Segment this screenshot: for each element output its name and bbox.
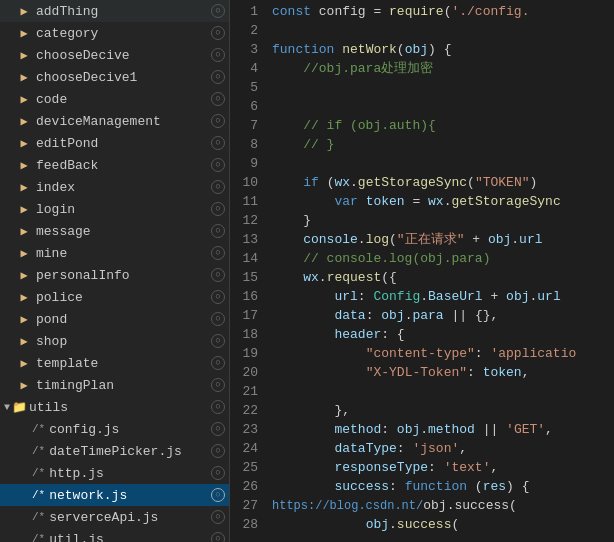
- circle-btn[interactable]: ○: [211, 268, 225, 282]
- code-line: success: function (res) {: [272, 477, 614, 496]
- circle-btn[interactable]: ○: [211, 114, 225, 128]
- code-line: var token = wx.getStorageSync: [272, 192, 614, 211]
- sidebar-item-devicemanagement[interactable]: ▶ deviceManagement ○: [0, 110, 229, 132]
- file-label: serverceApi.js: [49, 510, 158, 525]
- sidebar-item-police[interactable]: ▶ police ○: [0, 286, 229, 308]
- circle-btn[interactable]: ○: [211, 158, 225, 172]
- file-label: util.js: [49, 532, 104, 543]
- code-line: responseType: 'text',: [272, 458, 614, 477]
- sidebar-file-config[interactable]: /* config.js ○: [0, 418, 229, 440]
- sidebar-item-label: feedBack: [36, 158, 98, 173]
- sidebar-item-timingplan[interactable]: ▶ timingPlan ○: [0, 374, 229, 396]
- sidebar-file-serverceapi[interactable]: /* serverceApi.js ○: [0, 506, 229, 528]
- sidebar-item-addthing[interactable]: ▶ addThing ○: [0, 0, 229, 22]
- circle-btn[interactable]: ○: [211, 180, 225, 194]
- code-line: obj.success(: [272, 515, 614, 534]
- circle-btn[interactable]: ○: [211, 422, 225, 436]
- sidebar-item-label: category: [36, 26, 98, 41]
- sidebar-item-label: shop: [36, 334, 67, 349]
- sidebar-item-message[interactable]: ▶ message ○: [0, 220, 229, 242]
- sidebar-item-index[interactable]: ▶ index ○: [0, 176, 229, 198]
- circle-btn[interactable]: ○: [211, 246, 225, 260]
- circle-btn[interactable]: ○: [211, 136, 225, 150]
- code-content[interactable]: const config = require('./config. functi…: [266, 0, 614, 542]
- line-numbers: 1 2 3 4 5 6 7 8 9 10 11 12 13 14 15 16 1…: [230, 0, 266, 542]
- sidebar-item-template[interactable]: ▶ template ○: [0, 352, 229, 374]
- file-label: config.js: [49, 422, 119, 437]
- sidebar-item-label: index: [36, 180, 75, 195]
- code-line: header: {: [272, 325, 614, 344]
- circle-btn[interactable]: ○: [211, 92, 225, 106]
- sidebar: ▶ addThing ○ ▶ category ○ ▶ chooseDecive…: [0, 0, 230, 542]
- sidebar-item-choosedecive1[interactable]: ▶ chooseDecive1 ○: [0, 66, 229, 88]
- sidebar-item-label: pond: [36, 312, 67, 327]
- circle-btn[interactable]: ○: [211, 70, 225, 84]
- folder-icon: ▶: [16, 3, 32, 19]
- sidebar-item-editpond[interactable]: ▶ editPond ○: [0, 132, 229, 154]
- circle-btn[interactable]: ○: [211, 290, 225, 304]
- code-line: // if (obj.auth){: [272, 116, 614, 135]
- code-line: // }: [272, 135, 614, 154]
- code-line: [272, 154, 614, 173]
- folder-icon: ▶: [16, 289, 32, 305]
- circle-btn[interactable]: ○: [211, 48, 225, 62]
- sidebar-item-label: deviceManagement: [36, 114, 161, 129]
- sidebar-item-label: message: [36, 224, 91, 239]
- file-label: http.js: [49, 466, 104, 481]
- folder-icon: ▶: [16, 113, 32, 129]
- code-line: "content-type": 'applicatio: [272, 344, 614, 363]
- sidebar-item-category[interactable]: ▶ category ○: [0, 22, 229, 44]
- circle-btn[interactable]: ○: [211, 510, 225, 524]
- sidebar-item-code[interactable]: ▶ code ○: [0, 88, 229, 110]
- code-line: [272, 97, 614, 116]
- circle-btn[interactable]: ○: [211, 224, 225, 238]
- sidebar-item-personalinfo[interactable]: ▶ personalInfo ○: [0, 264, 229, 286]
- code-line: //obj.para处理加密: [272, 59, 614, 78]
- sidebar-item-label: template: [36, 356, 98, 371]
- circle-btn[interactable]: ○: [211, 356, 225, 370]
- circle-btn[interactable]: ○: [211, 466, 225, 480]
- circle-btn[interactable]: ○: [211, 334, 225, 348]
- circle-btn[interactable]: ○: [211, 532, 225, 542]
- code-editor: 1 2 3 4 5 6 7 8 9 10 11 12 13 14 15 16 1…: [230, 0, 614, 542]
- circle-btn[interactable]: ○: [211, 26, 225, 40]
- circle-btn[interactable]: ○: [211, 488, 225, 502]
- circle-btn[interactable]: ○: [211, 4, 225, 18]
- sidebar-file-datetimepicker[interactable]: /* dateTimePicker.js ○: [0, 440, 229, 462]
- sidebar-file-network[interactable]: /* network.js ○: [0, 484, 229, 506]
- sidebar-item-feedback[interactable]: ▶ feedBack ○: [0, 154, 229, 176]
- sidebar-item-label: mine: [36, 246, 67, 261]
- folder-icon: ▶: [16, 69, 32, 85]
- folder-icon: ▶: [16, 355, 32, 371]
- circle-btn[interactable]: ○: [211, 378, 225, 392]
- circle-btn[interactable]: ○: [211, 400, 225, 414]
- code-line: data: obj.para || {},: [272, 306, 614, 325]
- code-line: wx.request({: [272, 268, 614, 287]
- code-line: const config = require('./config.: [272, 2, 614, 21]
- comment-marker: /*: [32, 445, 45, 457]
- file-label: network.js: [49, 488, 127, 503]
- code-line: https://blog.csdn.nt/obj.success(: [272, 496, 614, 515]
- folder-icon: ▶: [16, 333, 32, 349]
- code-line: // console.log(obj.para): [272, 249, 614, 268]
- circle-btn[interactable]: ○: [211, 444, 225, 458]
- sidebar-item-pond[interactable]: ▶ pond ○: [0, 308, 229, 330]
- sidebar-file-http[interactable]: /* http.js ○: [0, 462, 229, 484]
- folder-icon: ▶: [16, 179, 32, 195]
- sidebar-item-label: chooseDecive1: [36, 70, 137, 85]
- folder-icon: ▶: [16, 311, 32, 327]
- circle-btn[interactable]: ○: [211, 312, 225, 326]
- folder-icon: ▶: [16, 267, 32, 283]
- sidebar-item-login[interactable]: ▶ login ○: [0, 198, 229, 220]
- code-line: },: [272, 401, 614, 420]
- folder-icon: ▶: [16, 377, 32, 393]
- sidebar-file-util[interactable]: /* util.js ○: [0, 528, 229, 542]
- sidebar-item-label: chooseDecive: [36, 48, 130, 63]
- sidebar-item-mine[interactable]: ▶ mine ○: [0, 242, 229, 264]
- sidebar-item-choosedecive[interactable]: ▶ chooseDecive ○: [0, 44, 229, 66]
- comment-marker: /*: [32, 467, 45, 479]
- circle-btn[interactable]: ○: [211, 202, 225, 216]
- folder-icon: ▶: [16, 245, 32, 261]
- sidebar-item-shop[interactable]: ▶ shop ○: [0, 330, 229, 352]
- sidebar-item-utils[interactable]: ▼ 📁 utils ○: [0, 396, 229, 418]
